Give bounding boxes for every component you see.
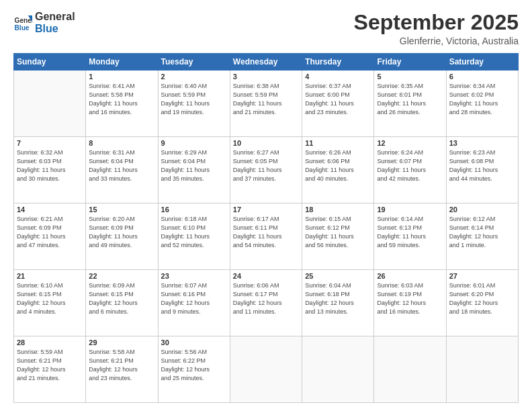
- calendar-table: Sunday Monday Tuesday Wednesday Thursday…: [13, 53, 519, 403]
- day-number: 30: [161, 338, 227, 347]
- day-number: 14: [17, 205, 83, 214]
- day-number: 28: [17, 338, 83, 347]
- day-number: 4: [305, 73, 371, 81]
- calendar-cell: 17Sunrise: 6:17 AM Sunset: 6:11 PM Dayli…: [230, 203, 302, 270]
- day-number: 19: [377, 205, 443, 214]
- day-info: Sunrise: 6:29 AM Sunset: 6:04 PM Dayligh…: [161, 148, 227, 183]
- location: Glenferrie, Victoria, Australia: [354, 36, 519, 46]
- calendar-cell: 3Sunrise: 6:38 AM Sunset: 5:59 PM Daylig…: [230, 71, 302, 137]
- day-info: Sunrise: 6:38 AM Sunset: 5:59 PM Dayligh…: [233, 82, 299, 117]
- calendar-cell: 12Sunrise: 6:24 AM Sunset: 6:07 PM Dayli…: [374, 137, 446, 203]
- calendar-cell: 30Sunrise: 5:56 AM Sunset: 6:22 PM Dayli…: [158, 336, 230, 403]
- day-number: 11: [305, 139, 371, 147]
- calendar-cell: 7Sunrise: 6:32 AM Sunset: 6:03 PM Daylig…: [14, 137, 86, 203]
- calendar-cell: 15Sunrise: 6:20 AM Sunset: 6:09 PM Dayli…: [86, 203, 158, 270]
- day-info: Sunrise: 6:24 AM Sunset: 6:07 PM Dayligh…: [377, 148, 443, 183]
- col-friday: Friday: [374, 54, 446, 71]
- calendar-cell: 2Sunrise: 6:40 AM Sunset: 5:59 PM Daylig…: [158, 71, 230, 137]
- calendar-cell: [446, 336, 518, 403]
- day-info: Sunrise: 6:27 AM Sunset: 6:05 PM Dayligh…: [233, 148, 299, 183]
- calendar-cell: [230, 336, 302, 403]
- calendar-cell: [302, 336, 374, 403]
- day-number: 2: [161, 73, 227, 81]
- day-number: 6: [449, 73, 515, 81]
- day-info: Sunrise: 6:26 AM Sunset: 6:06 PM Dayligh…: [305, 148, 371, 183]
- day-number: 15: [89, 205, 154, 214]
- calendar-week-row: 21Sunrise: 6:10 AM Sunset: 6:15 PM Dayli…: [14, 270, 519, 336]
- calendar-week-row: 14Sunrise: 6:21 AM Sunset: 6:09 PM Dayli…: [14, 203, 519, 270]
- calendar-cell: [14, 71, 86, 137]
- logo: General Blue General Blue: [13, 11, 75, 34]
- col-thursday: Thursday: [302, 54, 374, 71]
- calendar-cell: 6Sunrise: 6:34 AM Sunset: 6:02 PM Daylig…: [446, 71, 518, 137]
- calendar-cell: 16Sunrise: 6:18 AM Sunset: 6:10 PM Dayli…: [158, 203, 230, 270]
- day-info: Sunrise: 6:06 AM Sunset: 6:17 PM Dayligh…: [233, 281, 299, 316]
- calendar-week-row: 28Sunrise: 5:59 AM Sunset: 6:21 PM Dayli…: [14, 336, 519, 403]
- day-info: Sunrise: 6:35 AM Sunset: 6:01 PM Dayligh…: [377, 82, 443, 117]
- day-info: Sunrise: 5:56 AM Sunset: 6:22 PM Dayligh…: [161, 348, 227, 383]
- calendar-cell: 8Sunrise: 6:31 AM Sunset: 6:04 PM Daylig…: [86, 137, 158, 203]
- calendar-cell: 21Sunrise: 6:10 AM Sunset: 6:15 PM Dayli…: [14, 270, 86, 336]
- day-info: Sunrise: 6:18 AM Sunset: 6:10 PM Dayligh…: [161, 215, 227, 250]
- day-info: Sunrise: 6:34 AM Sunset: 6:02 PM Dayligh…: [449, 82, 515, 117]
- day-info: Sunrise: 6:23 AM Sunset: 6:08 PM Dayligh…: [449, 148, 515, 183]
- calendar-cell: 25Sunrise: 6:04 AM Sunset: 6:18 PM Dayli…: [302, 270, 374, 336]
- calendar-cell: 13Sunrise: 6:23 AM Sunset: 6:08 PM Dayli…: [446, 137, 518, 203]
- day-number: 5: [377, 73, 443, 81]
- day-info: Sunrise: 6:15 AM Sunset: 6:12 PM Dayligh…: [305, 215, 371, 250]
- day-number: 13: [449, 139, 515, 147]
- calendar-week-row: 1Sunrise: 6:41 AM Sunset: 5:58 PM Daylig…: [14, 71, 519, 137]
- col-saturday: Saturday: [446, 54, 518, 71]
- calendar-cell: 28Sunrise: 5:59 AM Sunset: 6:21 PM Dayli…: [14, 336, 86, 403]
- day-number: 1: [89, 73, 154, 81]
- col-wednesday: Wednesday: [230, 54, 302, 71]
- col-monday: Monday: [86, 54, 158, 71]
- day-number: 17: [233, 205, 299, 214]
- calendar-cell: 14Sunrise: 6:21 AM Sunset: 6:09 PM Dayli…: [14, 203, 86, 270]
- day-number: 8: [89, 139, 154, 147]
- header: General Blue General Blue September 2025…: [13, 11, 519, 46]
- day-number: 21: [17, 272, 83, 280]
- svg-text:General: General: [15, 17, 32, 24]
- day-number: 10: [233, 139, 299, 147]
- day-info: Sunrise: 6:01 AM Sunset: 6:20 PM Dayligh…: [449, 281, 515, 316]
- calendar-cell: 29Sunrise: 5:58 AM Sunset: 6:21 PM Dayli…: [86, 336, 158, 403]
- day-info: Sunrise: 6:20 AM Sunset: 6:09 PM Dayligh…: [89, 215, 154, 250]
- calendar-cell: [374, 336, 446, 403]
- col-tuesday: Tuesday: [158, 54, 230, 71]
- logo-blue: Blue: [35, 23, 75, 35]
- calendar-cell: 23Sunrise: 6:07 AM Sunset: 6:16 PM Dayli…: [158, 270, 230, 336]
- day-number: 22: [89, 272, 154, 280]
- day-number: 24: [233, 272, 299, 280]
- day-number: 16: [161, 205, 227, 214]
- calendar-cell: 10Sunrise: 6:27 AM Sunset: 6:05 PM Dayli…: [230, 137, 302, 203]
- calendar-cell: 4Sunrise: 6:37 AM Sunset: 6:00 PM Daylig…: [302, 71, 374, 137]
- day-number: 25: [305, 272, 371, 280]
- calendar-cell: 9Sunrise: 6:29 AM Sunset: 6:04 PM Daylig…: [158, 137, 230, 203]
- day-number: 7: [17, 139, 83, 147]
- day-number: 12: [377, 139, 443, 147]
- day-info: Sunrise: 6:21 AM Sunset: 6:09 PM Dayligh…: [17, 215, 83, 250]
- calendar-cell: 24Sunrise: 6:06 AM Sunset: 6:17 PM Dayli…: [230, 270, 302, 336]
- calendar-cell: 18Sunrise: 6:15 AM Sunset: 6:12 PM Dayli…: [302, 203, 374, 270]
- day-number: 3: [233, 73, 299, 81]
- day-info: Sunrise: 6:32 AM Sunset: 6:03 PM Dayligh…: [17, 148, 83, 183]
- logo-icon: General Blue: [13, 13, 32, 32]
- day-number: 26: [377, 272, 443, 280]
- calendar-cell: 20Sunrise: 6:12 AM Sunset: 6:14 PM Dayli…: [446, 203, 518, 270]
- calendar-header-row: Sunday Monday Tuesday Wednesday Thursday…: [14, 54, 519, 71]
- svg-text:Blue: Blue: [15, 24, 30, 31]
- day-number: 9: [161, 139, 227, 147]
- day-number: 27: [449, 272, 515, 280]
- day-number: 29: [89, 338, 154, 347]
- day-info: Sunrise: 6:03 AM Sunset: 6:19 PM Dayligh…: [377, 281, 443, 316]
- day-info: Sunrise: 6:41 AM Sunset: 5:58 PM Dayligh…: [89, 82, 154, 117]
- day-number: 18: [305, 205, 371, 214]
- day-info: Sunrise: 6:40 AM Sunset: 5:59 PM Dayligh…: [161, 82, 227, 117]
- day-info: Sunrise: 5:58 AM Sunset: 6:21 PM Dayligh…: [89, 348, 154, 383]
- calendar-week-row: 7Sunrise: 6:32 AM Sunset: 6:03 PM Daylig…: [14, 137, 519, 203]
- day-info: Sunrise: 6:31 AM Sunset: 6:04 PM Dayligh…: [89, 148, 154, 183]
- day-info: Sunrise: 5:59 AM Sunset: 6:21 PM Dayligh…: [17, 348, 83, 383]
- day-info: Sunrise: 6:14 AM Sunset: 6:13 PM Dayligh…: [377, 215, 443, 250]
- day-info: Sunrise: 6:04 AM Sunset: 6:18 PM Dayligh…: [305, 281, 371, 316]
